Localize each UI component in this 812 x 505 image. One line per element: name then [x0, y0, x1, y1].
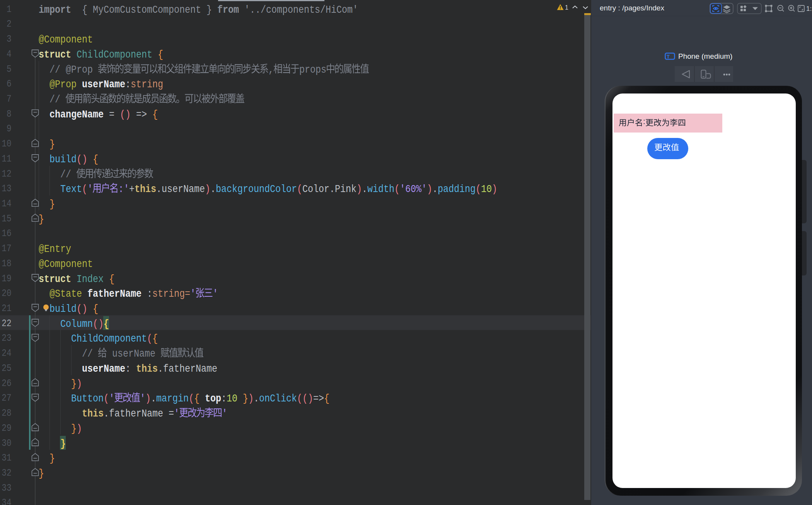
svg-text:T: T [667, 54, 670, 60]
svg-text:1:1: 1:1 [806, 5, 812, 12]
svg-text:1: 1 [565, 4, 568, 11]
